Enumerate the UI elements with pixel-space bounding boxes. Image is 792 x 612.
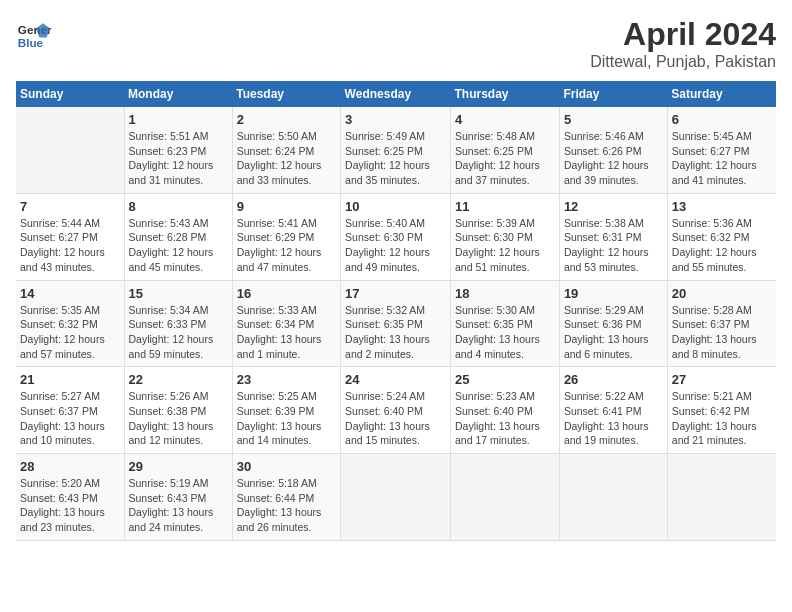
- day-number: 24: [345, 372, 446, 387]
- cell-info: and 55 minutes.: [672, 260, 772, 275]
- cell-info: Daylight: 12 hours: [237, 245, 336, 260]
- cell-info: and 2 minutes.: [345, 347, 446, 362]
- calendar-cell: 11Sunrise: 5:39 AMSunset: 6:30 PMDayligh…: [451, 193, 560, 280]
- day-header-saturday: Saturday: [667, 81, 776, 107]
- day-number: 9: [237, 199, 336, 214]
- day-number: 22: [129, 372, 228, 387]
- calendar-cell: [341, 454, 451, 541]
- day-number: 19: [564, 286, 663, 301]
- cell-info: Sunset: 6:30 PM: [455, 230, 555, 245]
- cell-info: Sunrise: 5:46 AM: [564, 129, 663, 144]
- day-number: 5: [564, 112, 663, 127]
- day-number: 2: [237, 112, 336, 127]
- cell-info: Sunset: 6:26 PM: [564, 144, 663, 159]
- cell-info: Sunrise: 5:35 AM: [20, 303, 120, 318]
- cell-info: Sunset: 6:35 PM: [345, 317, 446, 332]
- cell-info: Daylight: 12 hours: [672, 245, 772, 260]
- cell-info: Daylight: 13 hours: [237, 332, 336, 347]
- cell-info: Sunset: 6:30 PM: [345, 230, 446, 245]
- cell-info: and 41 minutes.: [672, 173, 772, 188]
- cell-info: Sunrise: 5:51 AM: [129, 129, 228, 144]
- cell-info: and 14 minutes.: [237, 433, 336, 448]
- cell-info: Daylight: 13 hours: [129, 505, 228, 520]
- cell-info: and 8 minutes.: [672, 347, 772, 362]
- day-number: 29: [129, 459, 228, 474]
- cell-info: Daylight: 12 hours: [564, 245, 663, 260]
- cell-info: Daylight: 12 hours: [345, 245, 446, 260]
- cell-info: Sunrise: 5:34 AM: [129, 303, 228, 318]
- calendar-cell: 1Sunrise: 5:51 AMSunset: 6:23 PMDaylight…: [124, 107, 232, 193]
- cell-info: and 21 minutes.: [672, 433, 772, 448]
- cell-info: Sunset: 6:24 PM: [237, 144, 336, 159]
- day-header-tuesday: Tuesday: [232, 81, 340, 107]
- day-header-sunday: Sunday: [16, 81, 124, 107]
- cell-info: Sunrise: 5:44 AM: [20, 216, 120, 231]
- cell-info: Sunset: 6:37 PM: [672, 317, 772, 332]
- cell-info: Sunset: 6:39 PM: [237, 404, 336, 419]
- calendar-week-row: 14Sunrise: 5:35 AMSunset: 6:32 PMDayligh…: [16, 280, 776, 367]
- subtitle: Dittewal, Punjab, Pakistan: [590, 53, 776, 71]
- cell-info: and 51 minutes.: [455, 260, 555, 275]
- day-header-friday: Friday: [559, 81, 667, 107]
- cell-info: and 45 minutes.: [129, 260, 228, 275]
- cell-info: and 57 minutes.: [20, 347, 120, 362]
- cell-info: Sunset: 6:25 PM: [345, 144, 446, 159]
- day-number: 1: [129, 112, 228, 127]
- cell-info: Sunrise: 5:24 AM: [345, 389, 446, 404]
- calendar-week-row: 7Sunrise: 5:44 AMSunset: 6:27 PMDaylight…: [16, 193, 776, 280]
- day-number: 11: [455, 199, 555, 214]
- cell-info: and 26 minutes.: [237, 520, 336, 535]
- cell-info: Daylight: 13 hours: [564, 419, 663, 434]
- cell-info: Sunset: 6:29 PM: [237, 230, 336, 245]
- cell-info: Sunset: 6:33 PM: [129, 317, 228, 332]
- calendar-week-row: 1Sunrise: 5:51 AMSunset: 6:23 PMDaylight…: [16, 107, 776, 193]
- cell-info: Sunrise: 5:45 AM: [672, 129, 772, 144]
- calendar-cell: 7Sunrise: 5:44 AMSunset: 6:27 PMDaylight…: [16, 193, 124, 280]
- day-number: 18: [455, 286, 555, 301]
- calendar-cell: 8Sunrise: 5:43 AMSunset: 6:28 PMDaylight…: [124, 193, 232, 280]
- cell-info: Sunset: 6:43 PM: [129, 491, 228, 506]
- cell-info: Daylight: 13 hours: [345, 419, 446, 434]
- day-header-monday: Monday: [124, 81, 232, 107]
- calendar-cell: 10Sunrise: 5:40 AMSunset: 6:30 PMDayligh…: [341, 193, 451, 280]
- cell-info: Daylight: 12 hours: [455, 158, 555, 173]
- cell-info: Sunrise: 5:39 AM: [455, 216, 555, 231]
- cell-info: Sunrise: 5:41 AM: [237, 216, 336, 231]
- cell-info: Daylight: 13 hours: [564, 332, 663, 347]
- calendar-cell: 12Sunrise: 5:38 AMSunset: 6:31 PMDayligh…: [559, 193, 667, 280]
- calendar-cell: 29Sunrise: 5:19 AMSunset: 6:43 PMDayligh…: [124, 454, 232, 541]
- cell-info: Sunrise: 5:50 AM: [237, 129, 336, 144]
- calendar-cell: 26Sunrise: 5:22 AMSunset: 6:41 PMDayligh…: [559, 367, 667, 454]
- calendar-cell: 27Sunrise: 5:21 AMSunset: 6:42 PMDayligh…: [667, 367, 776, 454]
- cell-info: Daylight: 13 hours: [129, 419, 228, 434]
- calendar-cell: 3Sunrise: 5:49 AMSunset: 6:25 PMDaylight…: [341, 107, 451, 193]
- cell-info: and 4 minutes.: [455, 347, 555, 362]
- cell-info: Daylight: 13 hours: [20, 419, 120, 434]
- days-header-row: SundayMondayTuesdayWednesdayThursdayFrid…: [16, 81, 776, 107]
- calendar-cell: 15Sunrise: 5:34 AMSunset: 6:33 PMDayligh…: [124, 280, 232, 367]
- cell-info: Sunset: 6:35 PM: [455, 317, 555, 332]
- calendar-cell: 9Sunrise: 5:41 AMSunset: 6:29 PMDaylight…: [232, 193, 340, 280]
- cell-info: Sunrise: 5:26 AM: [129, 389, 228, 404]
- day-number: 23: [237, 372, 336, 387]
- day-number: 30: [237, 459, 336, 474]
- cell-info: Sunrise: 5:27 AM: [20, 389, 120, 404]
- logo-icon: General Blue: [16, 16, 52, 52]
- day-number: 12: [564, 199, 663, 214]
- calendar-cell: [667, 454, 776, 541]
- cell-info: Daylight: 12 hours: [129, 332, 228, 347]
- cell-info: and 37 minutes.: [455, 173, 555, 188]
- cell-info: Sunset: 6:23 PM: [129, 144, 228, 159]
- day-header-thursday: Thursday: [451, 81, 560, 107]
- cell-info: and 17 minutes.: [455, 433, 555, 448]
- cell-info: Sunrise: 5:40 AM: [345, 216, 446, 231]
- cell-info: Daylight: 12 hours: [672, 158, 772, 173]
- cell-info: and 35 minutes.: [345, 173, 446, 188]
- day-number: 15: [129, 286, 228, 301]
- day-number: 27: [672, 372, 772, 387]
- calendar-cell: 4Sunrise: 5:48 AMSunset: 6:25 PMDaylight…: [451, 107, 560, 193]
- cell-info: Daylight: 13 hours: [20, 505, 120, 520]
- day-number: 25: [455, 372, 555, 387]
- cell-info: Sunset: 6:38 PM: [129, 404, 228, 419]
- day-number: 10: [345, 199, 446, 214]
